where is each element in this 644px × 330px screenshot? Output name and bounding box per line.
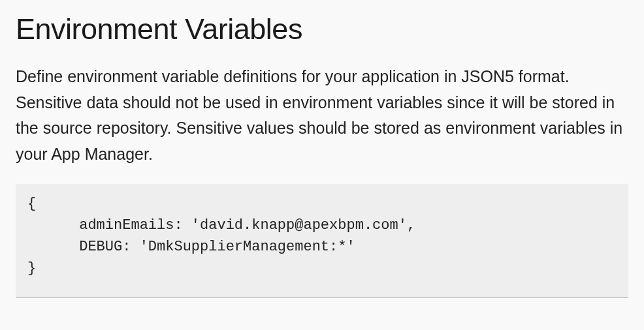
code-block[interactable]: { adminEmails: 'david.knapp@apexbpm.com'… [16, 184, 628, 298]
page-title: Environment Variables [16, 12, 628, 47]
description-text: Define environment variable definitions … [16, 64, 628, 167]
